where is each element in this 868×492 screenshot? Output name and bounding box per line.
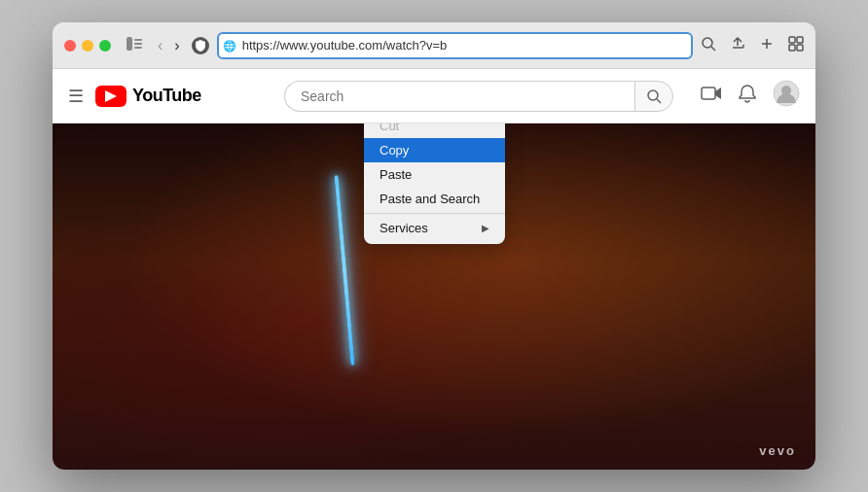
svg-rect-11 bbox=[797, 45, 803, 51]
privacy-shield-icon[interactable] bbox=[192, 37, 209, 54]
forward-button[interactable]: › bbox=[170, 35, 183, 56]
svg-point-4 bbox=[703, 38, 712, 48]
browser-window: ‹ › 🌐 bbox=[53, 22, 815, 470]
context-menu-cut[interactable]: Cut bbox=[364, 123, 505, 138]
url-input[interactable] bbox=[217, 32, 693, 59]
context-menu: Cut Copy Paste Paste and Search Services… bbox=[364, 123, 505, 244]
svg-rect-14 bbox=[702, 88, 715, 99]
youtube-logo-icon bbox=[95, 86, 127, 107]
account-avatar[interactable] bbox=[773, 80, 800, 112]
svg-line-5 bbox=[711, 47, 715, 51]
traffic-lights bbox=[64, 40, 111, 52]
notifications-bell-icon[interactable] bbox=[738, 84, 757, 108]
sidebar-toggle-button[interactable] bbox=[127, 37, 142, 53]
fullscreen-button[interactable] bbox=[99, 40, 111, 52]
url-bar-container: 🌐 bbox=[217, 32, 693, 59]
tab-overview-icon[interactable] bbox=[788, 36, 804, 55]
share-icon[interactable] bbox=[730, 36, 745, 55]
svg-rect-3 bbox=[134, 47, 142, 49]
svg-rect-0 bbox=[127, 37, 132, 51]
yt-toolbar: ☰ YouTube bbox=[53, 69, 815, 123]
context-menu-paste[interactable]: Paste bbox=[364, 162, 505, 187]
cut-label: Cut bbox=[380, 123, 399, 133]
svg-rect-1 bbox=[134, 39, 142, 41]
context-menu-paste-search[interactable]: Paste and Search bbox=[364, 187, 505, 211]
nav-arrows: ‹ › bbox=[154, 35, 184, 56]
back-button[interactable]: ‹ bbox=[154, 35, 166, 56]
minimize-button[interactable] bbox=[82, 40, 93, 52]
video-area: vevo Cut Copy Paste Paste and Search Ser… bbox=[53, 123, 815, 470]
svg-point-12 bbox=[648, 90, 658, 100]
search-input[interactable] bbox=[284, 81, 634, 112]
vevo-watermark: vevo bbox=[759, 443, 796, 458]
svg-rect-9 bbox=[797, 37, 803, 43]
youtube-logo[interactable]: YouTube bbox=[95, 86, 201, 107]
toolbar-icons bbox=[701, 36, 804, 55]
search-button[interactable] bbox=[634, 81, 673, 112]
submenu-arrow-icon: ▶ bbox=[482, 223, 489, 233]
svg-rect-2 bbox=[134, 43, 142, 45]
youtube-logo-text: YouTube bbox=[132, 86, 201, 106]
search-toolbar-icon[interactable] bbox=[701, 36, 716, 55]
yt-right-icons bbox=[701, 80, 800, 112]
services-label: Services bbox=[380, 221, 428, 235]
close-button[interactable] bbox=[64, 40, 76, 52]
svg-line-13 bbox=[657, 99, 661, 103]
context-menu-divider bbox=[364, 213, 505, 214]
title-bar: ‹ › 🌐 bbox=[53, 22, 815, 69]
url-globe-icon: 🌐 bbox=[223, 39, 236, 52]
video-content: vevo Cut Copy Paste Paste and Search Ser… bbox=[53, 123, 815, 470]
context-menu-copy[interactable]: Copy bbox=[364, 138, 505, 162]
paste-search-label: Paste and Search bbox=[380, 192, 480, 206]
svg-rect-8 bbox=[789, 37, 795, 43]
video-camera-icon[interactable] bbox=[701, 85, 722, 107]
new-tab-icon[interactable] bbox=[759, 36, 775, 55]
search-container bbox=[284, 81, 673, 112]
svg-rect-10 bbox=[789, 45, 795, 51]
copy-label: Copy bbox=[380, 143, 409, 158]
context-menu-services[interactable]: Services ▶ bbox=[364, 216, 505, 240]
hamburger-menu-button[interactable]: ☰ bbox=[68, 86, 84, 107]
paste-label: Paste bbox=[380, 167, 412, 182]
